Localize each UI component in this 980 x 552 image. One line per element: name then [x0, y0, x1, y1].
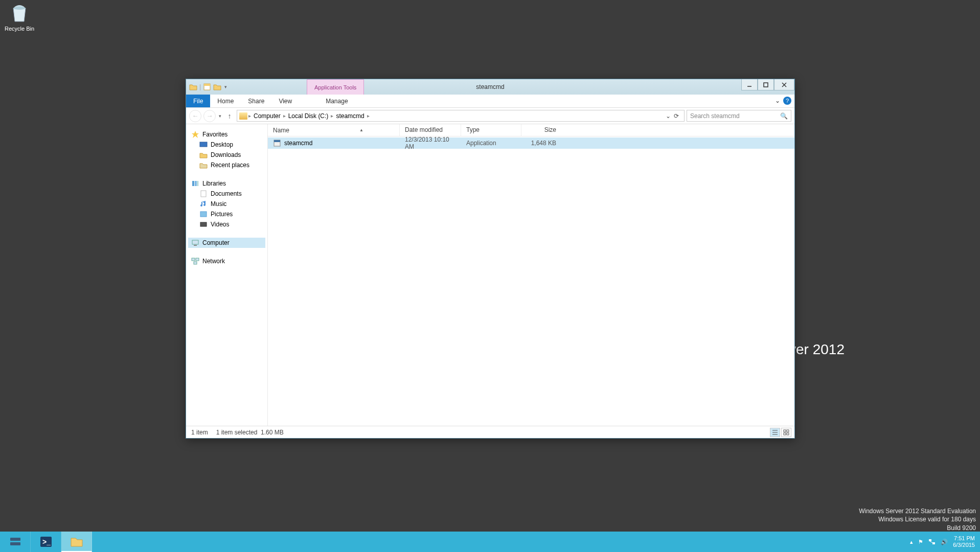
tab-file[interactable]: File — [186, 95, 210, 107]
svg-text:>_: >_ — [42, 538, 51, 546]
details-view-button[interactable] — [770, 428, 780, 437]
star-icon — [191, 130, 199, 139]
documents-icon — [199, 190, 208, 198]
svg-rect-18 — [194, 262, 197, 264]
desktop-icon-recycle-bin[interactable]: Recycle Bin — [4, 3, 35, 32]
refresh-icon[interactable]: ⟳ — [674, 112, 679, 120]
sort-asc-icon: ▲ — [359, 128, 363, 132]
qat-dropdown-icon[interactable]: ▾ — [223, 84, 228, 89]
network-tray-icon[interactable] — [928, 538, 936, 545]
computer-icon — [191, 239, 199, 247]
address-dropdown-icon[interactable]: ⌄ — [666, 112, 671, 120]
status-bar: 1 item 1 item selected 1.60 MB — [186, 426, 794, 438]
videos-icon — [199, 220, 208, 228]
search-input[interactable]: Search steamcmd 🔍 — [687, 110, 791, 122]
sidebar-favorites[interactable]: Favorites — [188, 129, 265, 140]
address-bar[interactable]: ▸ Computer ▸ Local Disk (C:) ▸ steamcmd … — [237, 110, 685, 122]
network-icon — [191, 257, 199, 265]
svg-rect-28 — [10, 538, 20, 541]
svg-rect-32 — [929, 539, 931, 541]
search-placeholder: Search steamcmd — [690, 112, 740, 120]
svg-rect-2 — [204, 84, 210, 86]
tray-time: 7:51 PM — [953, 535, 975, 542]
column-header-date[interactable]: Date modified — [400, 124, 461, 136]
breadcrumb-steamcmd[interactable]: steamcmd — [334, 112, 366, 120]
sidebar-item-downloads[interactable]: Downloads — [188, 150, 265, 160]
tray-overflow-icon[interactable]: ▴ — [910, 539, 913, 545]
forward-button[interactable]: → — [203, 110, 216, 122]
status-selected-count: 1 item selected — [216, 429, 258, 436]
chevron-right-icon[interactable]: ▸ — [248, 113, 251, 119]
sidebar-item-music[interactable]: Music — [188, 199, 265, 209]
server-manager-icon — [8, 535, 22, 549]
sidebar-network[interactable]: Network — [188, 256, 265, 266]
context-tab-application-tools[interactable]: Application Tools — [307, 79, 364, 95]
tab-manage[interactable]: Manage — [318, 95, 355, 107]
desktop-icon — [199, 141, 208, 149]
sidebar-libraries[interactable]: Libraries — [188, 178, 265, 189]
recent-icon — [199, 161, 208, 169]
tab-view[interactable]: View — [271, 95, 299, 107]
sidebar-item-desktop[interactable]: Desktop — [188, 140, 265, 150]
svg-rect-10 — [197, 181, 198, 186]
tab-home[interactable]: Home — [210, 95, 241, 107]
help-icon[interactable]: ? — [783, 97, 791, 105]
sidebar-label: Favorites — [202, 131, 227, 138]
up-button[interactable]: ↑ — [224, 111, 235, 121]
tab-share[interactable]: Share — [241, 95, 271, 107]
sidebar-computer[interactable]: Computer — [188, 238, 265, 248]
svg-rect-14 — [192, 240, 198, 244]
breadcrumb-local-disk[interactable]: Local Disk (C:) — [287, 112, 330, 120]
watermark-line2: Windows License valid for 180 days — [859, 515, 976, 524]
history-dropdown-icon[interactable]: ▾ — [218, 113, 222, 119]
recycle-bin-icon — [9, 3, 30, 24]
svg-rect-15 — [194, 245, 197, 246]
chevron-right-icon[interactable]: ▸ — [367, 113, 370, 119]
sidebar-item-documents[interactable]: Documents — [188, 189, 265, 199]
back-button[interactable]: ← — [189, 110, 201, 122]
quick-access-toolbar: | ▾ — [186, 83, 228, 91]
downloads-icon — [199, 151, 208, 159]
minimize-button[interactable] — [741, 79, 758, 90]
column-header-type[interactable]: Type — [461, 124, 521, 136]
svg-rect-25 — [787, 430, 789, 432]
navigation-bar: ← → ▾ ↑ ▸ Computer ▸ Local Disk (C:) ▸ s… — [186, 108, 794, 124]
folder-icon — [239, 112, 247, 120]
properties-icon[interactable] — [203, 83, 211, 91]
close-button[interactable] — [774, 79, 794, 90]
svg-rect-26 — [784, 433, 786, 435]
file-name: steamcmd — [284, 140, 312, 147]
sidebar-item-recent-places[interactable]: Recent places — [188, 160, 265, 170]
sidebar-label: Computer — [202, 239, 230, 246]
ribbon-minimize-icon[interactable]: ⌄ — [775, 97, 780, 104]
sidebar-item-pictures[interactable]: Pictures — [188, 209, 265, 219]
volume-icon[interactable]: 🔊 — [941, 539, 948, 545]
new-folder-icon[interactable] — [213, 83, 221, 91]
flag-icon[interactable]: ⚑ — [918, 539, 923, 545]
svg-rect-16 — [192, 258, 195, 261]
watermark-eval: Windows Server 2012 Standard Evaluation … — [859, 507, 976, 533]
folder-icon[interactable] — [189, 83, 197, 91]
powershell-icon: >_ — [39, 535, 53, 549]
titlebar[interactable]: | ▾ Application Tools steamcmd — [186, 79, 794, 95]
tray-clock[interactable]: 7:51 PM 6/3/2015 — [953, 535, 975, 548]
column-header-name[interactable]: Name▲ — [268, 124, 400, 136]
desktop-icon-label: Recycle Bin — [5, 26, 34, 32]
chevron-right-icon[interactable]: ▸ — [331, 113, 333, 119]
svg-rect-17 — [196, 258, 199, 261]
chevron-right-icon[interactable]: ▸ — [283, 113, 286, 119]
column-header-size[interactable]: Size — [521, 124, 561, 136]
taskbar-powershell[interactable]: >_ — [31, 532, 61, 552]
sidebar-item-videos[interactable]: Videos — [188, 219, 265, 229]
taskbar-explorer[interactable] — [61, 532, 92, 552]
file-size: 1,648 KB — [521, 140, 561, 147]
thumbnails-view-button[interactable] — [781, 428, 791, 437]
maximize-button[interactable] — [758, 79, 774, 90]
window-title: steamcmd — [476, 83, 504, 90]
svg-rect-12 — [200, 212, 207, 217]
svg-point-0 — [13, 7, 26, 10]
breadcrumb-computer[interactable]: Computer — [252, 112, 282, 120]
taskbar-server-manager[interactable] — [0, 532, 31, 552]
file-row[interactable]: steamcmd 12/3/2013 10:10 AM Application … — [268, 137, 794, 149]
file-type: Application — [461, 140, 521, 147]
